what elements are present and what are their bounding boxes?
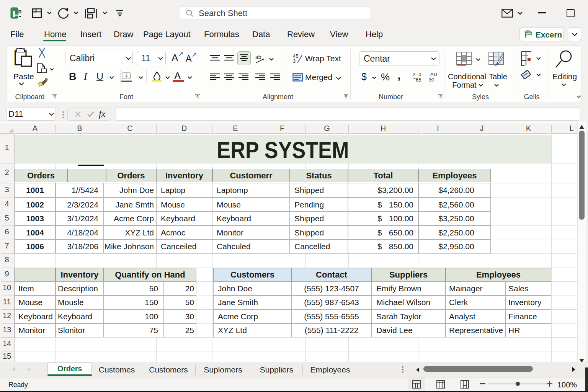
svg-text:3: 3 xyxy=(293,58,296,64)
svg-text:5: 5 xyxy=(439,95,442,99)
svg-text:65: 65 xyxy=(416,77,421,82)
svg-text:AD: AD xyxy=(430,72,437,77)
svg-text:5: 5 xyxy=(54,95,56,99)
svg-text:5: 5 xyxy=(345,95,347,99)
svg-text:5: 5 xyxy=(196,95,199,99)
svg-text:ab: ab xyxy=(255,54,261,60)
svg-text:2- 0: 2- 0 xyxy=(413,72,421,77)
